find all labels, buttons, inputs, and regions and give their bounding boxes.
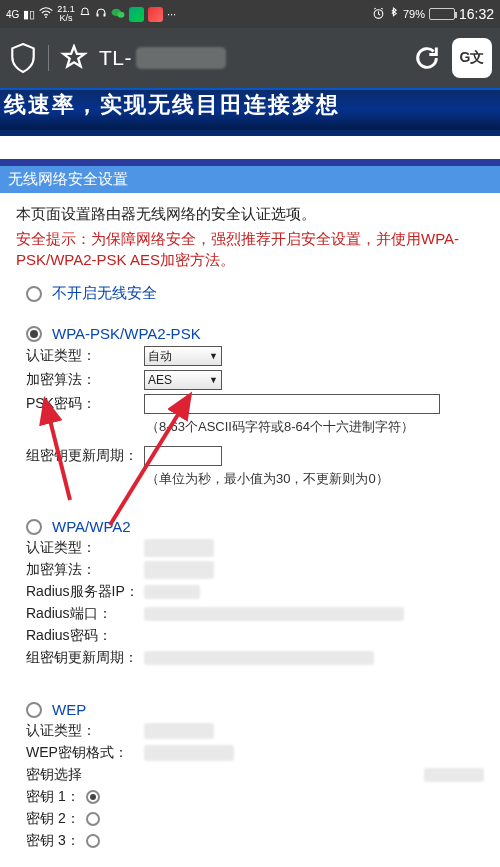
label-enc-alg: 加密算法： <box>26 561 144 579</box>
label-key1: 密钥 1： <box>26 788 86 806</box>
label-wep-format: WEP密钥格式： <box>26 744 144 762</box>
wifi-icon <box>39 7 53 21</box>
headset-icon <box>95 7 107 21</box>
row-radius-pwd: Radius密码： <box>26 627 484 645</box>
row-radius-ip: Radius服务器IP： <box>26 583 484 601</box>
label-auth-type: 认证类型： <box>26 539 144 557</box>
label-group-key: 组密钥更新周期： <box>26 649 144 667</box>
select-auth-type[interactable]: 自动 ▼ <box>144 346 222 366</box>
option-wpa[interactable]: WPA/WPA2 <box>26 518 484 535</box>
section-title: 无线网络安全设置 <box>0 166 500 193</box>
bluetooth-icon <box>389 7 399 22</box>
radio-icon[interactable] <box>86 790 100 804</box>
radio-icon[interactable] <box>86 834 100 848</box>
network-4g: 4G <box>6 10 19 19</box>
row-auth-type-3: 认证类型： <box>26 722 484 740</box>
label-group-key: 组密钥更新周期： <box>26 447 144 465</box>
label-key2: 密钥 2： <box>26 810 86 828</box>
alarm-icon <box>372 7 385 22</box>
label-enc-alg: 加密算法： <box>26 371 144 389</box>
row-key-2: 密钥 2： <box>26 810 484 828</box>
blurred-value <box>144 585 200 599</box>
option-wep[interactable]: WEP <box>26 701 484 718</box>
select-enc-alg[interactable]: AES ▼ <box>144 370 222 390</box>
shield-icon[interactable] <box>8 43 38 73</box>
toolbar-divider <box>48 45 49 71</box>
battery-pct: 79% <box>403 8 425 20</box>
option-label: WPA/WPA2 <box>52 518 131 535</box>
reload-icon[interactable] <box>412 43 442 73</box>
status-bar: 4G ▮▯ 21.1 K/s ··· <box>0 0 500 28</box>
status-more-icon: ··· <box>167 8 176 20</box>
blurred-value <box>144 607 404 621</box>
label-key3: 密钥 3： <box>26 832 86 850</box>
row-wep-format: WEP密钥格式： <box>26 744 484 762</box>
label-radius-pwd: Radius密码： <box>26 627 144 645</box>
row-group-key: 组密钥更新周期： <box>26 446 484 466</box>
option-label: 不开启无线安全 <box>52 284 157 303</box>
blurred-value <box>144 539 214 557</box>
chevron-down-icon: ▼ <box>209 351 218 361</box>
browser-toolbar: TL- G文 <box>0 28 500 88</box>
row-key-1: 密钥 1： <box>26 788 484 806</box>
row-enc-alg: 加密算法： AES ▼ <box>26 370 484 390</box>
label-psk-pwd: PSK密码： <box>26 395 144 413</box>
url-text: TL- <box>99 46 132 70</box>
blurred-value <box>424 768 484 782</box>
signal-icon: ▮▯ <box>23 8 35 21</box>
star-icon[interactable] <box>59 43 89 73</box>
blurred-value <box>144 651 374 665</box>
svg-point-4 <box>117 12 124 18</box>
option-label: WPA-PSK/WPA2-PSK <box>52 325 201 342</box>
svg-rect-1 <box>96 14 98 17</box>
blurred-value <box>144 561 214 579</box>
radio-icon <box>26 286 42 302</box>
row-enc-alg-2: 加密算法： <box>26 561 484 579</box>
svg-point-0 <box>45 16 47 18</box>
option-disable-security[interactable]: 不开启无线安全 <box>26 284 484 303</box>
url-blurred <box>136 47 226 69</box>
translate-button[interactable]: G文 <box>452 38 492 78</box>
blurred-value <box>144 723 214 739</box>
clock-time: 16:32 <box>459 6 494 22</box>
label-key-select: 密钥选择 <box>26 766 144 784</box>
banner-text: 线速率，实现无线目田连接梦想 <box>4 92 340 117</box>
bell-icon <box>79 7 91 21</box>
battery-icon <box>429 8 455 20</box>
label-radius-ip: Radius服务器IP： <box>26 583 144 601</box>
url-display[interactable]: TL- <box>99 46 402 70</box>
app-icon-1 <box>129 7 144 22</box>
input-psk-password[interactable] <box>144 394 440 414</box>
select-value: 自动 <box>148 348 172 365</box>
row-key-select: 密钥选择 <box>26 766 484 784</box>
wechat-icon <box>111 7 125 21</box>
row-auth-type: 认证类型： 自动 ▼ <box>26 346 484 366</box>
page-banner: 线速率，实现无线目田连接梦想 <box>0 88 500 136</box>
select-value: AES <box>148 373 172 387</box>
radio-icon <box>26 519 42 535</box>
row-key-3: 密钥 3： <box>26 832 484 850</box>
net-speed: 21.1 K/s <box>57 5 75 23</box>
svg-rect-2 <box>103 14 105 17</box>
row-psk-password: PSK密码： <box>26 394 484 414</box>
option-wpa-psk[interactable]: WPA-PSK/WPA2-PSK <box>26 325 484 342</box>
radio-icon[interactable] <box>86 812 100 826</box>
label-auth-type: 认证类型： <box>26 347 144 365</box>
input-group-key[interactable] <box>144 446 222 466</box>
radio-icon-selected <box>26 326 42 342</box>
radio-icon <box>26 702 42 718</box>
row-radius-port: Radius端口： <box>26 605 484 623</box>
chevron-down-icon: ▼ <box>209 375 218 385</box>
hint-psk: （8-63个ASCII码字符或8-64个十六进制字符） <box>146 418 484 436</box>
intro-text: 本页面设置路由器无线网络的安全认证选项。 <box>16 203 484 224</box>
translate-label: G文 <box>460 49 485 67</box>
row-group-key-2: 组密钥更新周期： <box>26 649 484 667</box>
label-radius-port: Radius端口： <box>26 605 144 623</box>
security-warning: 安全提示：为保障网络安全，强烈推荐开启安全设置，并使用WPA-PSK/WPA2-… <box>16 228 484 270</box>
label-auth-type: 认证类型： <box>26 722 144 740</box>
row-auth-type-2: 认证类型： <box>26 539 484 557</box>
banner-gap <box>0 136 500 166</box>
app-icon-2 <box>148 7 163 22</box>
option-label: WEP <box>52 701 86 718</box>
hint-group-key: （单位为秒，最小值为30，不更新则为0） <box>146 470 484 488</box>
